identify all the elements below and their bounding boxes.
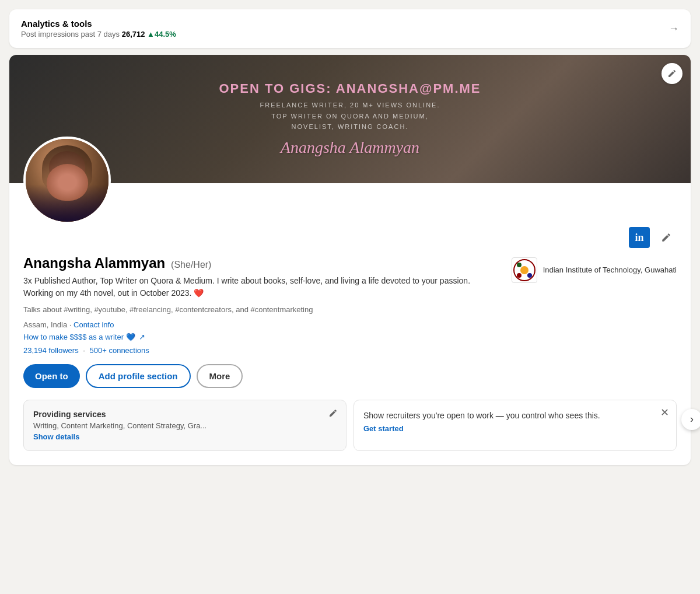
avatar[interactable] [23, 137, 111, 224]
profile-stats: 23,194 followers · 500+ connections [23, 346, 498, 355]
school-name: Indian Institute of Technology, Guwahati [543, 265, 677, 275]
cover-edit-button[interactable] [662, 63, 682, 84]
analytics-card: Analytics & tools Post impressions past … [9, 9, 691, 48]
cover-overlay: OPEN TO GIGS: ANANGSHA@PM.ME FREELANCE W… [207, 69, 492, 169]
edit-icon [661, 232, 671, 243]
connections-link[interactable]: 500+ connections [90, 346, 149, 355]
cover-sub-text: FREELANCE WRITER, 20 M+ VIEWS ONLINE. TO… [219, 100, 481, 132]
show-details-link[interactable]: Show details [33, 432, 337, 441]
analytics-growth: ▲44.5% [147, 30, 176, 39]
school-info: Indian Institute of Technology, Guwahati [512, 257, 677, 283]
action-buttons: Open to Add profile section More [23, 364, 498, 388]
profile-name: Anangsha Alammyan [23, 255, 165, 271]
linkedin-badge-button[interactable]: in [629, 227, 650, 248]
profile-headline: 3x Published Author, Top Writer on Quora… [23, 275, 498, 299]
open-to-button[interactable]: Open to [23, 364, 80, 388]
analytics-title: Analytics & tools [21, 19, 176, 29]
edit-profile-button[interactable] [656, 227, 677, 248]
avatar-wrapper [23, 137, 111, 224]
bottom-cards: Providing services Writing, Content Mark… [23, 400, 677, 451]
profile-pronouns: (She/Her) [171, 260, 211, 270]
cover-main-text: OPEN TO GIGS: ANANGSHA@PM.ME [219, 81, 481, 96]
profile-website: How to make $$$$ as a writer 💙 ↗ [23, 333, 498, 341]
profile-right: Indian Institute of Technology, Guwahati [512, 255, 677, 283]
analytics-count: 26,712 [122, 30, 145, 39]
recruiter-title: Show recruiters you're open to work — yo… [363, 410, 667, 422]
school-logo[interactable] [512, 257, 537, 283]
profile-body: in Anangsha Alammyan (She/Her) 3x Pu [9, 183, 691, 465]
recruiter-card: Show recruiters you're open to work — yo… [354, 400, 677, 451]
contact-info-link[interactable]: Contact info [74, 320, 114, 329]
analytics-subtitle: Post impressions past 7 days 26,712 ▲44.… [21, 30, 176, 39]
profile-location: Assam, India · Contact info [23, 320, 498, 329]
cover-image: OPEN TO GIGS: ANANGSHA@PM.ME FREELANCE W… [9, 55, 691, 183]
cover-signature: Anangsha Alammyan [219, 138, 481, 157]
add-profile-section-button[interactable]: Add profile section [86, 364, 191, 388]
services-description: Writing, Content Marketing, Content Stra… [33, 421, 337, 430]
pencil-icon [667, 69, 677, 78]
external-link-icon: ↗ [139, 333, 145, 341]
avatar-image [26, 139, 108, 222]
top-actions: in [23, 227, 677, 248]
services-edit-icon [328, 408, 338, 418]
profile-tags: Talks about #writing, #youtube, #freelan… [23, 304, 498, 316]
get-started-link[interactable]: Get started [363, 424, 667, 433]
recruiter-close-button[interactable]: ✕ [660, 406, 669, 419]
profile-name-row: Anangsha Alammyan (She/Her) [23, 255, 498, 271]
more-button[interactable]: More [197, 364, 243, 388]
profile-main: Anangsha Alammyan (She/Her) 3x Published… [23, 255, 677, 388]
heart-emoji: ❤️ [194, 288, 204, 298]
services-edit-button[interactable] [328, 408, 338, 420]
analytics-info: Analytics & tools Post impressions past … [21, 19, 176, 39]
website-link[interactable]: How to make $$$$ as a writer 💙 [23, 333, 135, 341]
profile-left: Anangsha Alammyan (She/Her) 3x Published… [23, 255, 498, 388]
services-title: Providing services [33, 410, 337, 419]
followers-link[interactable]: 23,194 followers [23, 346, 79, 355]
scroll-right-button[interactable]: › [681, 409, 700, 430]
analytics-arrow[interactable]: → [668, 23, 679, 35]
profile-card: OPEN TO GIGS: ANANGSHA@PM.ME FREELANCE W… [9, 55, 691, 465]
services-card: Providing services Writing, Content Mark… [23, 400, 346, 451]
